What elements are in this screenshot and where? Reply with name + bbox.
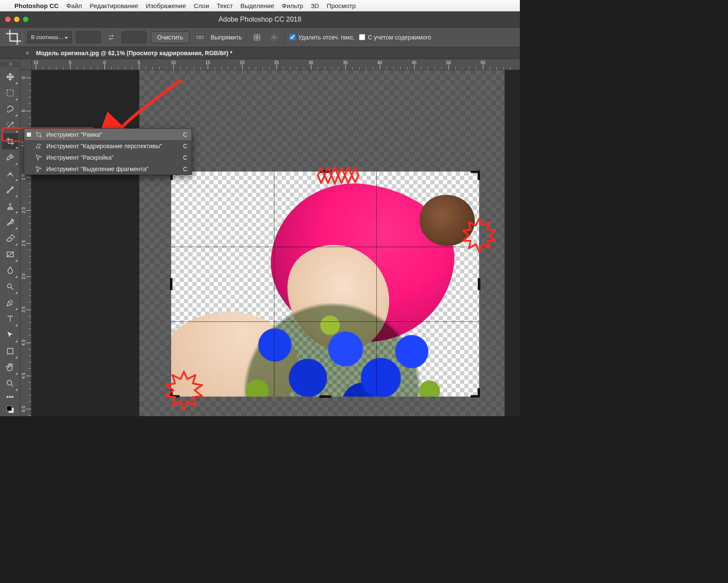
- ruler-v-label: 3 0: [21, 273, 26, 279]
- vertical-ruler[interactable]: 051 01 52 02 53 03 54 04 55 0: [20, 70, 31, 416]
- crop-height-input[interactable]: [122, 31, 147, 43]
- horizontal-ruler[interactable]: 1050510152025303540455055: [31, 59, 520, 70]
- swap-width-height-button[interactable]: [105, 31, 118, 43]
- separator: [285, 31, 285, 44]
- canvas-area[interactable]: 1050510152025303540455055 051 01 52 02 5…: [20, 59, 520, 416]
- menu-filter[interactable]: Фильтр: [282, 2, 303, 9]
- marquee-tool[interactable]: [2, 85, 18, 101]
- ruler-h-label: 25: [274, 60, 279, 65]
- move-tool-icon: [6, 72, 15, 82]
- level-icon: [196, 33, 204, 42]
- flyout-item[interactable]: Инструмент "Рамка" C: [24, 129, 192, 140]
- crop-tool-icon: [6, 137, 15, 146]
- crop-options-gear[interactable]: [268, 31, 280, 43]
- crop-width-input[interactable]: [76, 31, 101, 43]
- crop-preview[interactable]: [171, 172, 479, 397]
- flyout-item-icon: [34, 142, 43, 150]
- magic-wand-tool[interactable]: [2, 117, 18, 133]
- chevron-down-icon: [65, 34, 68, 40]
- tools-expand-toggle[interactable]: [0, 62, 20, 67]
- overlay-options-button[interactable]: [251, 31, 263, 43]
- pen-tool[interactable]: [2, 295, 18, 311]
- menu-layers[interactable]: Слои: [194, 2, 209, 9]
- ruler-h-label: 35: [343, 60, 347, 65]
- ruler-h-label: 20: [240, 60, 244, 65]
- type-tool[interactable]: [2, 311, 18, 327]
- app-menu[interactable]: Photoshop CC: [14, 2, 59, 9]
- ruler-h-label: 5: [138, 60, 140, 65]
- window-close-button[interactable]: [5, 17, 11, 22]
- path-select-tool-icon: [6, 330, 15, 340]
- document-tab[interactable]: × Модель оригинал.jpg @ 62,1% (Просмотр …: [25, 49, 232, 56]
- flyout-item-icon: [34, 165, 43, 173]
- delete-cropped-label: Удалить отсеч. пикс.: [298, 34, 355, 41]
- content-aware-input[interactable]: [359, 34, 365, 40]
- flyout-item-shortcut: C: [183, 143, 187, 149]
- dodge-tool[interactable]: [2, 279, 18, 295]
- aspect-ratio-dropdown[interactable]: В соотнош…: [27, 31, 72, 43]
- flyout-item-label: Инструмент "Рамка": [46, 131, 180, 138]
- blur-tool[interactable]: [2, 262, 18, 279]
- hand-tool[interactable]: [2, 359, 18, 375]
- eyedropper-tool[interactable]: [2, 149, 18, 166]
- clone-stamp-tool[interactable]: [2, 198, 18, 214]
- macos-menu-bar[interactable]: Photoshop CC Файл Редактирование Изображ…: [0, 0, 520, 11]
- ruler-v-label: 5: [21, 110, 26, 112]
- flyout-item[interactable]: Инструмент "Выделение фрагмента" C: [24, 163, 192, 175]
- ruler-v-label: 2 5: [21, 240, 26, 246]
- menu-edit[interactable]: Редактирование: [90, 2, 138, 9]
- window-zoom-button[interactable]: [23, 17, 28, 22]
- gradient-tool[interactable]: [2, 246, 18, 262]
- delete-cropped-input[interactable]: [289, 34, 296, 40]
- marquee-tool-icon: [6, 88, 15, 98]
- menu-type[interactable]: Текст: [217, 2, 233, 9]
- tool-preset-picker[interactable]: [4, 30, 23, 45]
- menu-file[interactable]: Файл: [66, 2, 82, 9]
- image-content: [171, 172, 479, 397]
- clear-label: Очистить: [157, 34, 183, 41]
- flyout-selected-dot: [27, 132, 31, 137]
- dodge-tool-icon: [6, 282, 15, 291]
- ruler-origin[interactable]: [20, 59, 31, 70]
- separator: [246, 31, 246, 44]
- crop-tool[interactable]: [2, 133, 18, 149]
- close-tab-icon[interactable]: ×: [25, 49, 29, 56]
- swatch-icon: [6, 405, 15, 414]
- ruler-v-label: 2 0: [21, 207, 26, 213]
- flyout-item-label: Инструмент "Выделение фрагмента": [46, 166, 180, 172]
- delete-cropped-checkbox[interactable]: Удалить отсеч. пикс.: [289, 34, 355, 41]
- zoom-tool[interactable]: [2, 375, 18, 391]
- tool-options-bar: В соотнош… Очистить Выпрямить Удалить от…: [0, 28, 520, 47]
- menu-select[interactable]: Выделение: [240, 2, 274, 9]
- eraser-tool-icon: [6, 234, 15, 243]
- history-brush-tool[interactable]: [2, 214, 18, 230]
- straighten-icon-button[interactable]: [194, 31, 206, 43]
- flyout-item[interactable]: Инструмент "Раскройка" C: [24, 152, 192, 163]
- foreground-background-swatch[interactable]: [2, 403, 18, 416]
- healing-brush-tool[interactable]: [2, 166, 18, 182]
- clear-aspect-button[interactable]: Очистить: [151, 31, 189, 43]
- ruler-v-label: 1 5: [21, 174, 26, 180]
- content-aware-checkbox[interactable]: С учетом содержимого: [359, 34, 431, 41]
- ruler-h-label: 50: [446, 60, 451, 65]
- crop-icon: [5, 28, 23, 46]
- rectangle-tool[interactable]: [2, 343, 18, 359]
- eraser-tool[interactable]: [2, 230, 18, 246]
- flyout-item[interactable]: Инструмент "Кадрирование перспективы" C: [24, 140, 192, 152]
- edit-toolbar-button[interactable]: •••: [2, 391, 18, 403]
- move-tool[interactable]: [2, 69, 18, 85]
- document-tab-bar: × Модель оригинал.jpg @ 62,1% (Просмотр …: [0, 47, 520, 59]
- lasso-tool[interactable]: [2, 101, 18, 117]
- hand-tool-icon: [6, 363, 15, 372]
- brush-tool[interactable]: [2, 182, 18, 198]
- path-select-tool[interactable]: [2, 327, 18, 343]
- menu-view[interactable]: Просмотр: [327, 2, 356, 9]
- menu-3d[interactable]: 3D: [311, 2, 319, 9]
- blur-tool-icon: [6, 266, 15, 275]
- content-aware-label: С учетом содержимого: [368, 34, 431, 41]
- window-minimize-button[interactable]: [14, 17, 20, 22]
- ruler-h-label: 30: [308, 60, 313, 65]
- crop-tool-flyout[interactable]: Инструмент "Рамка" C Инструмент "Кадриро…: [24, 128, 192, 175]
- menu-image[interactable]: Изображение: [146, 2, 186, 9]
- flyout-item-icon: [34, 130, 43, 139]
